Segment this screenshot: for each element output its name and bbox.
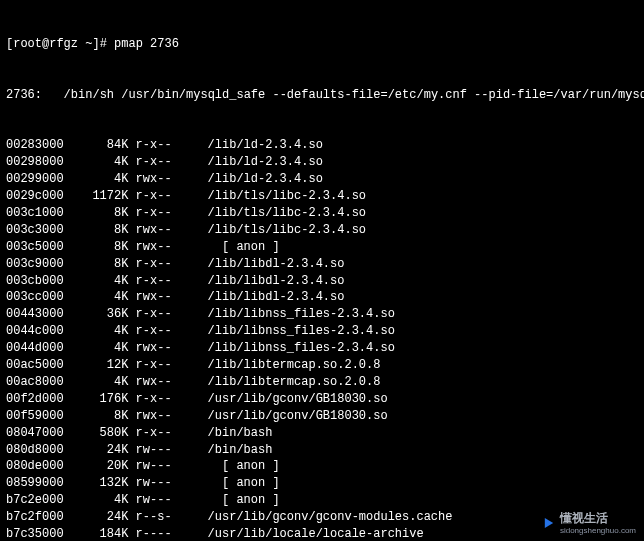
addr: 003c9000 [6,256,64,273]
size: 1172K [64,188,129,205]
mapping-path: [ anon ] [208,492,280,509]
mapping-path: /lib/tls/libc-2.3.4.so [208,188,366,205]
size: 4K [64,492,129,509]
addr: b7c2f000 [6,509,64,526]
size: 184K [64,526,129,541]
pmap-row: 00f2d000176K r-x-- /usr/lib/gconv/GB1803… [6,391,638,408]
pmap-row: 0044c0004K r-x-- /lib/libnss_files-2.3.4… [6,323,638,340]
pmap-row: b7c2e0004K rw--- [ anon ] [6,492,638,509]
pmap-row: 003c50008K rwx-- [ anon ] [6,239,638,256]
size: 8K [64,222,129,239]
addr: 00443000 [6,306,64,323]
addr: 00283000 [6,137,64,154]
mapping-path: /usr/lib/gconv/GB18030.so [208,391,388,408]
size: 4K [64,374,129,391]
pmap-row: 003c30008K rwx-- /lib/tls/libc-2.3.4.so [6,222,638,239]
perm: rwx-- [136,408,186,425]
addr: 00298000 [6,154,64,171]
mapping-path: /lib/libnss_files-2.3.4.so [208,323,395,340]
addr: b7c35000 [6,526,64,541]
pmap-row: 002990004K rwx-- /lib/ld-2.3.4.so [6,171,638,188]
size: 4K [64,273,129,290]
pmap-row: 0028300084K r-x-- /lib/ld-2.3.4.so [6,137,638,154]
size: 132K [64,475,129,492]
perm: r-x-- [136,273,186,290]
pmap-row: 003c90008K r-x-- /lib/libdl-2.3.4.so [6,256,638,273]
mapping-path: [ anon ] [208,458,280,475]
mapping-path: /lib/libdl-2.3.4.so [208,273,345,290]
perm: r-x-- [136,391,186,408]
pmap-row: 08599000132K rw--- [ anon ] [6,475,638,492]
perm: rwx-- [136,289,186,306]
perm: r-x-- [136,357,186,374]
mapping-path: [ anon ] [208,239,280,256]
mapping-path: /lib/tls/libc-2.3.4.so [208,222,366,239]
size: 8K [64,205,129,222]
prompt-line[interactable]: [root@rfgz ~]# pmap 2736 [6,36,638,53]
size: 4K [64,171,129,188]
perm: r-x-- [136,154,186,171]
size: 12K [64,357,129,374]
addr: 080de000 [6,458,64,475]
perm: rwx-- [136,340,186,357]
watermark: 懂视生活 sidongshenghuo.com [542,510,636,535]
watermark-sub: sidongshenghuo.com [560,527,636,535]
mapping-path: /usr/lib/gconv/gconv-modules.cache [208,509,453,526]
size: 8K [64,408,129,425]
size: 20K [64,458,129,475]
pmap-row: 00f590008K rwx-- /usr/lib/gconv/GB18030.… [6,408,638,425]
pmap-header: 2736: /bin/sh /usr/bin/mysqld_safe --def… [6,87,638,104]
command: pmap 2736 [114,37,179,51]
pmap-row: 080de00020K rw--- [ anon ] [6,458,638,475]
mapping-path: /lib/libtermcap.so.2.0.8 [208,374,381,391]
mapping-path: [ anon ] [208,475,280,492]
perm: r-x-- [136,188,186,205]
perm: r-x-- [136,306,186,323]
perm: rwx-- [136,222,186,239]
perm: r--s- [136,509,186,526]
pmap-row: 002980004K r-x-- /lib/ld-2.3.4.so [6,154,638,171]
addr: 00f59000 [6,408,64,425]
mapping-path: /lib/ld-2.3.4.so [208,137,323,154]
terminal-output: [root@rfgz ~]# pmap 2736 2736: /bin/sh /… [0,0,644,541]
addr: 080d8000 [6,442,64,459]
pmap-row: 0029c0001172K r-x-- /lib/tls/libc-2.3.4.… [6,188,638,205]
mapping-path: /lib/ld-2.3.4.so [208,154,323,171]
mapping-path: /lib/tls/libc-2.3.4.so [208,205,366,222]
pmap-row: 00ac500012K r-x-- /lib/libtermcap.so.2.0… [6,357,638,374]
perm: r-x-- [136,205,186,222]
addr: 003cc000 [6,289,64,306]
size: 8K [64,256,129,273]
addr: 0044d000 [6,340,64,357]
pmap-row: 003c10008K r-x-- /lib/tls/libc-2.3.4.so [6,205,638,222]
perm: r-x-- [136,323,186,340]
mapping-path: /lib/libdl-2.3.4.so [208,289,345,306]
perm: rwx-- [136,374,186,391]
perm: rwx-- [136,171,186,188]
addr: 003c3000 [6,222,64,239]
mapping-path: /lib/libtermcap.so.2.0.8 [208,357,381,374]
mapping-path: /lib/libdl-2.3.4.so [208,256,345,273]
size: 24K [64,442,129,459]
addr: 003c1000 [6,205,64,222]
mapping-path: /bin/bash [208,442,273,459]
pmap-row: 0044300036K r-x-- /lib/libnss_files-2.3.… [6,306,638,323]
perm: rw--- [136,492,186,509]
perm: r-x-- [136,425,186,442]
pmap-row: 080d800024K rw--- /bin/bash [6,442,638,459]
addr: 00299000 [6,171,64,188]
pmap-row: 08047000580K r-x-- /bin/bash [6,425,638,442]
cwd: ~ [85,37,92,51]
pmap-row: 00ac80004K rwx-- /lib/libtermcap.so.2.0.… [6,374,638,391]
cmdline: /bin/sh /usr/bin/mysqld_safe --defaults-… [42,88,644,102]
perm: rw--- [136,442,186,459]
perm: rw--- [136,475,186,492]
perm: r---- [136,526,186,541]
mapping-path: /usr/lib/locale/locale-archive [208,526,424,541]
size: 580K [64,425,129,442]
mapping-path: /lib/libnss_files-2.3.4.so [208,306,395,323]
addr: 0044c000 [6,323,64,340]
watermark-icon [542,516,556,530]
perm: rwx-- [136,239,186,256]
perm: rw--- [136,458,186,475]
